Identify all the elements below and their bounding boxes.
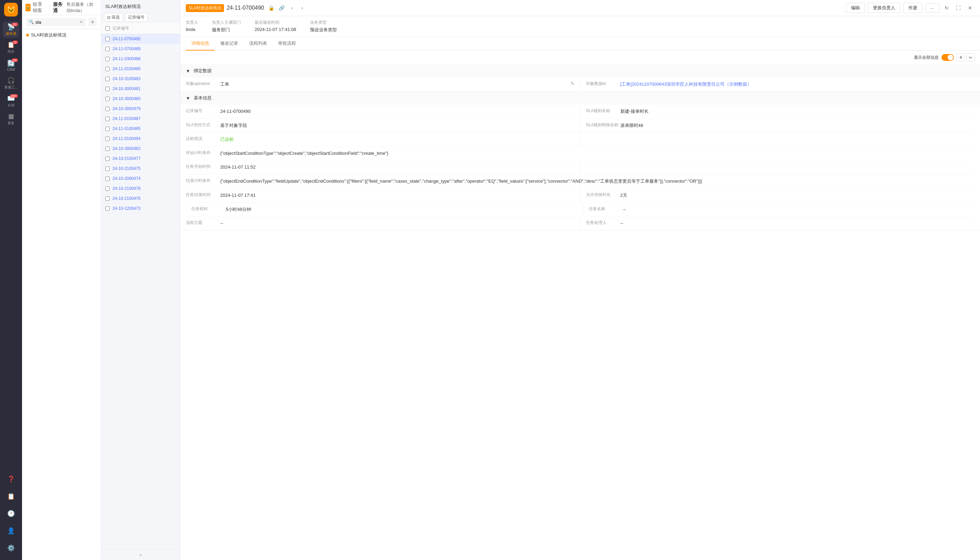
link-icon-button[interactable]: 🔗: [277, 3, 286, 12]
table-row[interactable]: 24-10-3000480: [101, 94, 180, 104]
collapse-button[interactable]: «: [101, 549, 180, 560]
record-checkbox[interactable]: [105, 107, 110, 111]
field-row: 记录编号 24-11-0700490 SLA规则名称 新建-接单时长: [186, 105, 975, 119]
sidebar-item-settings[interactable]: ⚙️: [3, 540, 19, 557]
edit-apiname-icon[interactable]: ✎: [571, 81, 575, 86]
table-row[interactable]: 24-11-0100487: [101, 114, 180, 124]
select-all-checkbox[interactable]: [105, 26, 110, 31]
layout-pause-icon[interactable]: ⏸: [957, 53, 965, 62]
table-row[interactable]: 24-11-0100485: [101, 124, 180, 134]
table-row[interactable]: 24-11-0700490: [101, 34, 180, 44]
sidebar-item-tasks-list[interactable]: 📋: [3, 488, 19, 505]
modified-meta: 最后修改时间 2024-11-07 17:41:08: [255, 20, 296, 33]
list-panel: 🐱 纷享销客 服务通 售后服务（勿动linda） 🔍 ✕ + SLA时效达标情况: [22, 0, 101, 560]
table-row[interactable]: 24-10-2000474: [101, 174, 180, 184]
record-checkbox[interactable]: [105, 87, 110, 91]
field-empty: [586, 132, 975, 146]
search-icon: 🔍: [29, 20, 34, 24]
search-clear-icon[interactable]: ✕: [80, 20, 83, 24]
sidebar-item-customer[interactable]: 🎧 客服工...: [3, 75, 19, 92]
sidebar-item-clock[interactable]: 🕐: [3, 506, 19, 522]
field-sla-rule-name: SLA规则名称 新建-接单时长: [586, 105, 975, 118]
filter-button[interactable]: ⊟ 筛选: [104, 13, 123, 22]
record-checkbox[interactable]: [105, 47, 110, 51]
filter-icon: ⊟: [107, 15, 110, 20]
refresh-button[interactable]: ↻: [942, 3, 951, 12]
table-row[interactable]: 24-10-1200473: [101, 203, 180, 213]
close-button[interactable]: ✕: [965, 3, 975, 12]
binding-section-header[interactable]: ▼ 绑定数据: [180, 64, 980, 77]
table-row[interactable]: 24-10-2100476: [101, 194, 180, 203]
table-row[interactable]: 24-11-0100484: [101, 134, 180, 144]
record-checkbox[interactable]: [105, 197, 110, 201]
change-assignee-button[interactable]: 更换负责人: [868, 3, 900, 13]
record-checkbox[interactable]: [105, 57, 110, 61]
record-checkbox[interactable]: [105, 137, 110, 141]
table-row[interactable]: 24-10-2100475: [101, 164, 180, 174]
tab-approval[interactable]: 审批流程: [272, 37, 301, 50]
tab-flow[interactable]: 流程列表: [244, 37, 272, 50]
table-row[interactable]: 24-10-2100478: [101, 184, 180, 194]
add-button[interactable]: +: [88, 18, 97, 26]
tab-detail[interactable]: 详细信息: [186, 37, 215, 50]
record-checkbox[interactable]: [105, 167, 110, 171]
search-input[interactable]: [35, 20, 78, 25]
table-row[interactable]: 24-11-0300488: [101, 54, 180, 64]
prev-button[interactable]: ‹: [287, 3, 296, 12]
field-task-duration: 任务耗时 5小时48分钟: [186, 203, 578, 217]
lock-icon-button[interactable]: 🔒: [267, 3, 275, 12]
table-row[interactable]: 24-10-3000481: [101, 84, 180, 94]
sidebar-item-enterprise[interactable]: ✉️ 99+ 企信: [3, 93, 19, 109]
search-box[interactable]: 🔍 ✕: [26, 18, 86, 26]
sidebar-item-crm[interactable]: 🔄 22 CRM: [3, 57, 19, 73]
record-checkbox[interactable]: [105, 77, 110, 81]
sidebar-item-help[interactable]: ❓: [3, 471, 19, 488]
field-end-condition: 结束计时条件 {"objectEndConditionType":"fieldU…: [186, 174, 975, 188]
field-task-name: 任务名称 --: [589, 203, 975, 217]
record-checkbox[interactable]: [105, 147, 110, 151]
tasks-list-icon: 📋: [7, 493, 15, 500]
record-checkbox[interactable]: [105, 67, 110, 71]
detail-panel: SLA时效达标情况 24-11-0700490 🔒 🔗 ‹ › 编辑 更换负责人…: [180, 0, 980, 560]
table-row[interactable]: 24-10-3100483: [101, 74, 180, 84]
field-start-condition: 开始计时条件 {"objectStartConditionType":"obje…: [186, 147, 975, 160]
next-button[interactable]: ›: [298, 3, 307, 12]
nav-item-sla[interactable]: SLA时效达标情况: [22, 29, 101, 41]
records-toolbar: ⊟ 筛选 记录编号: [101, 12, 180, 23]
field-row: 达标情况 已达标: [186, 132, 975, 147]
table-row[interactable]: 24-11-0100486: [101, 64, 180, 74]
records-list: 记录编号 24-11-0700490 24-11-0700489 24-11-0…: [101, 23, 180, 549]
data-id-link[interactable]: [工单]20241107000643深圳市匠人科技有限责任公司（示例数据）: [620, 82, 751, 87]
nav-service[interactable]: 售后服务（勿动linda）: [67, 2, 97, 14]
show-all-toggle[interactable]: [942, 54, 954, 61]
crm-badge: 22: [12, 58, 18, 62]
sidebar-item-more[interactable]: ▦ 更多: [3, 111, 19, 127]
discard-button[interactable]: 作废: [903, 3, 923, 13]
record-checkbox[interactable]: [105, 207, 110, 211]
basic-section-header[interactable]: ▼ 基本信息: [180, 92, 980, 105]
record-checkbox[interactable]: [105, 117, 110, 121]
record-checkbox[interactable]: [105, 177, 110, 181]
record-checkbox[interactable]: [105, 187, 110, 191]
records-panel: SLA时效达标情况 ⊟ 筛选 记录编号 记录编号 24-11-070: [101, 0, 180, 560]
record-checkbox[interactable]: [105, 97, 110, 101]
expand-button[interactable]: ⛶: [954, 3, 963, 12]
table-row[interactable]: 24-10-3000479: [101, 104, 180, 114]
record-checkbox[interactable]: [105, 157, 110, 161]
record-num-button[interactable]: 记录编号: [125, 13, 148, 22]
sidebar-item-service[interactable]: 📡 22 服务通: [3, 21, 19, 38]
layout-expand-icon[interactable]: ⇔: [966, 53, 975, 62]
record-checkbox[interactable]: [105, 37, 110, 41]
meta-row: 负责人 linda 负责人主属部门 服务部门 最后修改时间 2024-11-07…: [180, 16, 980, 37]
table-row[interactable]: 24-11-0700489: [101, 44, 180, 54]
record-checkbox[interactable]: [105, 127, 110, 131]
edit-button[interactable]: 编辑: [846, 3, 865, 13]
tab-modify[interactable]: 修改记录: [215, 37, 244, 50]
table-row[interactable]: 24-10-3000482: [101, 144, 180, 154]
more-button[interactable]: ···: [925, 3, 939, 13]
collapse-basic-icon: ▼: [186, 96, 190, 101]
table-row[interactable]: 24-10-2100477: [101, 154, 180, 164]
sidebar-item-todo[interactable]: 📋 2 待办: [3, 39, 19, 56]
field-row: 任务结束时间 2024-11-07 17:41 允许停留时长 2天: [186, 188, 975, 203]
sidebar-item-contacts[interactable]: 👤: [3, 523, 19, 539]
